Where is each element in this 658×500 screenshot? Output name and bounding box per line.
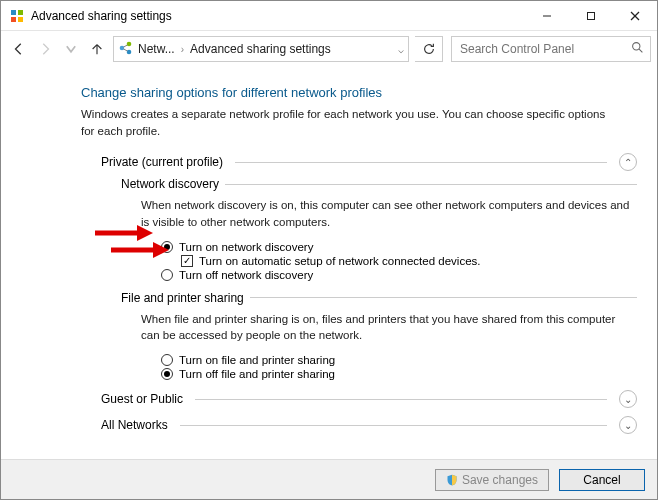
section-label: Guest or Public <box>101 392 183 406</box>
option-label: Turn on automatic setup of network conne… <box>199 255 480 267</box>
address-bar[interactable]: Netw... › Advanced sharing settings ⌵ <box>113 36 409 62</box>
minimize-button[interactable] <box>525 1 569 30</box>
forward-button[interactable] <box>33 37 57 61</box>
checkbox-auto-setup[interactable]: ✓ Turn on automatic setup of network con… <box>181 255 637 267</box>
radio-turn-on-discovery[interactable]: Turn on network discovery <box>161 241 637 253</box>
radio-icon <box>161 354 173 366</box>
title-bar: Advanced sharing settings <box>1 1 657 31</box>
page-description: Windows creates a separate network profi… <box>81 106 621 139</box>
recent-dropdown[interactable] <box>59 37 83 61</box>
svg-rect-3 <box>18 17 23 22</box>
page-heading: Change sharing options for different net… <box>81 85 637 100</box>
chevron-down-icon[interactable]: ⌄ <box>619 390 637 408</box>
svg-rect-2 <box>11 17 16 22</box>
radio-icon <box>161 269 173 281</box>
address-dropdown-icon[interactable]: ⌵ <box>398 44 404 55</box>
radio-turn-on-file-sharing[interactable]: Turn on file and printer sharing <box>161 354 637 366</box>
maximize-button[interactable] <box>569 1 613 30</box>
bottom-bar: Save changes Cancel <box>1 459 657 499</box>
button-label: Cancel <box>583 473 620 487</box>
radio-icon <box>161 368 173 380</box>
breadcrumb-item[interactable]: Advanced sharing settings <box>190 42 331 56</box>
cancel-button[interactable]: Cancel <box>559 469 645 491</box>
section-label: All Networks <box>101 418 168 432</box>
section-private[interactable]: Private (current profile) ⌃ <box>101 153 637 171</box>
search-box[interactable] <box>451 36 651 62</box>
network-icon <box>118 40 134 59</box>
svg-line-12 <box>124 49 128 51</box>
window-title: Advanced sharing settings <box>31 9 525 23</box>
svg-line-14 <box>639 49 642 52</box>
section-guest-public[interactable]: Guest or Public ⌄ <box>101 390 637 408</box>
divider <box>235 162 607 163</box>
subsection-description: When file and printer sharing is on, fil… <box>141 311 637 344</box>
radio-turn-off-file-sharing[interactable]: Turn off file and printer sharing <box>161 368 637 380</box>
up-button[interactable] <box>85 37 109 61</box>
radio-icon <box>161 241 173 253</box>
section-label: Private (current profile) <box>101 155 223 169</box>
checkbox-icon: ✓ <box>181 255 193 267</box>
button-label: Save changes <box>462 473 538 487</box>
window-controls <box>525 1 657 30</box>
subsection-title: File and printer sharing <box>121 291 244 305</box>
svg-point-13 <box>633 43 640 50</box>
divider <box>250 297 637 298</box>
search-icon <box>631 41 644 57</box>
content-area: Change sharing options for different net… <box>1 67 657 459</box>
chevron-up-icon[interactable]: ⌃ <box>619 153 637 171</box>
subsection-description: When network discovery is on, this compu… <box>141 197 637 230</box>
svg-rect-1 <box>18 10 23 15</box>
shield-icon <box>446 474 458 486</box>
divider <box>195 399 607 400</box>
divider <box>180 425 607 426</box>
divider <box>225 184 637 185</box>
svg-rect-0 <box>11 10 16 15</box>
option-label: Turn off network discovery <box>179 269 313 281</box>
close-button[interactable] <box>613 1 657 30</box>
svg-rect-5 <box>588 12 595 19</box>
refresh-button[interactable] <box>415 36 443 62</box>
back-button[interactable] <box>7 37 31 61</box>
radio-turn-off-discovery[interactable]: Turn off network discovery <box>161 269 637 281</box>
svg-line-11 <box>124 45 128 47</box>
subsection-title: Network discovery <box>121 177 219 191</box>
search-input[interactable] <box>458 41 631 57</box>
option-label: Turn off file and printer sharing <box>179 368 335 380</box>
chevron-down-icon[interactable]: ⌄ <box>619 416 637 434</box>
option-label: Turn on network discovery <box>179 241 313 253</box>
section-all-networks[interactable]: All Networks ⌄ <box>101 416 637 434</box>
navigation-bar: Netw... › Advanced sharing settings ⌵ <box>1 31 657 67</box>
subsection-file-printer-sharing: File and printer sharing When file and p… <box>121 291 637 380</box>
save-changes-button[interactable]: Save changes <box>435 469 549 491</box>
breadcrumb-item[interactable]: Netw... <box>138 42 175 56</box>
breadcrumb-separator-icon: › <box>179 44 186 55</box>
subsection-network-discovery: Network discovery When network discovery… <box>121 177 637 280</box>
control-panel-icon <box>9 8 25 24</box>
option-label: Turn on file and printer sharing <box>179 354 335 366</box>
